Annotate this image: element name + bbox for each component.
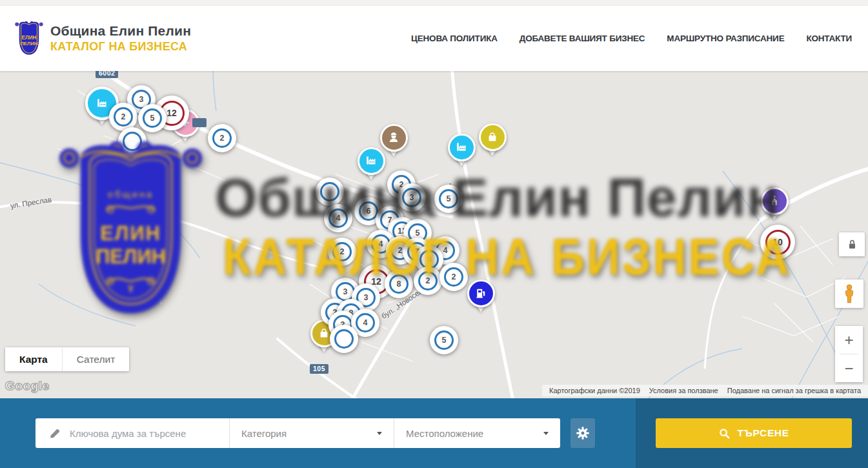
location-label: Местоположение [406, 428, 483, 439]
top-strip [0, 0, 868, 6]
cluster-count: 5 [447, 194, 451, 203]
cluster-marker[interactable] [330, 325, 358, 353]
cluster-count: 5 [442, 336, 447, 345]
cluster-count: 4 [363, 318, 368, 327]
search-submit-button[interactable]: ТЪРСЕНЕ [656, 418, 852, 448]
search-panel: Категория Местоположение [0, 398, 636, 468]
advanced-search-button[interactable] [570, 418, 595, 448]
site-logo[interactable]: ЕЛИН ПЕЛИН Община Елин Пелин КАТАЛОГ НА … [14, 19, 191, 59]
map-attribution: Картографски данни ©2019 Условия за полз… [542, 385, 868, 396]
road-badge: 105 [310, 364, 328, 374]
fuel-pin[interactable] [467, 280, 495, 307]
nav-route-schedule[interactable]: МАРШРУТНО РАЗПИСАНИЕ [667, 34, 784, 43]
search-box: Категория Местоположение [35, 418, 560, 448]
pegman-icon [841, 283, 858, 304]
factory-pin[interactable] [448, 134, 476, 161]
cluster-count: 2 [398, 246, 403, 255]
map[interactable]: 32125223567413524274812822333834510ул. П… [0, 71, 868, 398]
cluster-count: 3 [410, 193, 414, 202]
search-icon [718, 427, 731, 440]
cluster-count: 4 [379, 239, 383, 249]
cluster-count: 2 [121, 112, 126, 121]
pencil-icon [48, 427, 61, 440]
map-type-control: Карта Сателит [5, 347, 129, 371]
cluster-count: 2 [426, 276, 430, 285]
attribution-report-link[interactable]: Подаване на сигнал за грешка в картата [723, 387, 865, 394]
zoom-control: + − [835, 326, 863, 382]
cluster-count: 12 [167, 108, 177, 118]
cluster-marker[interactable]: 2 [208, 124, 236, 152]
cluster-count: 3 [139, 95, 144, 104]
chevron-down-icon [377, 432, 382, 435]
search-submit-label: ТЪРСЕНЕ [737, 427, 789, 439]
submit-panel: ТЪРСЕНЕ [636, 398, 868, 468]
street-label: ул. Преслав [10, 196, 52, 210]
cluster-count: 2 [340, 247, 345, 256]
factory-pin[interactable] [358, 147, 385, 175]
cluster-count: 5 [416, 229, 420, 238]
main-nav: ЦЕНОВА ПОЛИТИКА ДОБАВЕТЕ ВАШИЯТ БИЗНЕС М… [411, 6, 852, 71]
cluster-count: 2 [220, 134, 225, 143]
cluster-marker[interactable]: 2 [414, 267, 442, 295]
zoom-in-button[interactable]: + [835, 326, 863, 354]
attribution-copyright: Картографски данни ©2019 [545, 387, 645, 394]
cluster-marker[interactable]: 5 [434, 185, 463, 213]
map-type-map-button[interactable]: Карта [5, 347, 62, 371]
cluster-count: 5 [150, 114, 155, 123]
cluster-count: 8 [397, 280, 401, 289]
cluster-marker[interactable]: 2 [439, 263, 468, 291]
cluster-count: 8 [427, 255, 432, 264]
gear-icon [576, 426, 590, 440]
header: ЕЛИН ПЕЛИН Община Елин Пелин КАТАЛОГ НА … [0, 6, 868, 71]
cluster-count: 4 [443, 246, 448, 255]
cluster-count: 6 [367, 207, 371, 216]
cluster-marker[interactable]: 2 [328, 238, 356, 266]
road-badge [192, 118, 207, 127]
site-subtitle: КАТАЛОГ НА БИЗНЕСА [50, 40, 191, 54]
cluster-marker[interactable]: 4 [324, 204, 352, 232]
svg-text:ЕЛИН: ЕЛИН [22, 34, 37, 40]
cluster-marker[interactable] [316, 178, 344, 206]
logo-text: Община Елин Пелин КАТАЛОГ НА БИЗНЕСА [50, 23, 191, 54]
nav-add-business[interactable]: ДОБАВЕТЕ ВАШИЯТ БИЗНЕС [520, 34, 645, 43]
svg-text:ПЕЛИН: ПЕЛИН [20, 40, 38, 46]
keyword-input[interactable] [70, 428, 229, 439]
cluster-count: 3 [343, 287, 348, 296]
cluster-marker[interactable] [118, 127, 146, 156]
google-logo[interactable]: Google [5, 379, 49, 393]
pegman-control[interactable] [835, 280, 863, 308]
cluster-count: 10 [772, 237, 783, 247]
cluster-marker[interactable]: 5 [138, 104, 167, 132]
marker-layer: 32125223567413524274812822333834510ул. П… [0, 71, 868, 398]
chevron-down-icon [543, 432, 549, 435]
map-type-satellite-button[interactable]: Сателит [62, 347, 129, 371]
nav-pricing-policy[interactable]: ЦЕНОВА ПОЛИТИКА [411, 34, 498, 43]
cluster-marker[interactable]: 10 [760, 225, 795, 259]
cluster-count: 2 [452, 272, 456, 281]
bag-pin[interactable] [479, 123, 507, 151]
municipality-crest-icon: ЕЛИН ПЕЛИН [14, 19, 44, 59]
keyword-section [35, 418, 229, 448]
cluster-count: 4 [336, 214, 341, 223]
cluster-count: 3 [364, 293, 368, 302]
zoom-out-button[interactable]: − [835, 354, 863, 382]
cluster-marker[interactable]: 5 [430, 326, 458, 354]
lock-control[interactable] [839, 232, 865, 256]
lock-icon [847, 239, 857, 250]
road-badge: 6002 [96, 71, 118, 78]
cluster-marker[interactable]: 8 [385, 270, 413, 298]
church-pin[interactable] [761, 187, 789, 215]
nav-contacts[interactable]: КОНТАКТИ [806, 34, 852, 43]
attribution-terms-link[interactable]: Условия за ползване [645, 387, 723, 394]
location-select[interactable]: Местоположение [394, 418, 560, 448]
category-label: Категория [241, 428, 287, 439]
category-select[interactable]: Категория [229, 418, 394, 448]
site-title: Община Елин Пелин [50, 23, 191, 39]
cluster-marker[interactable]: 3 [398, 183, 426, 212]
